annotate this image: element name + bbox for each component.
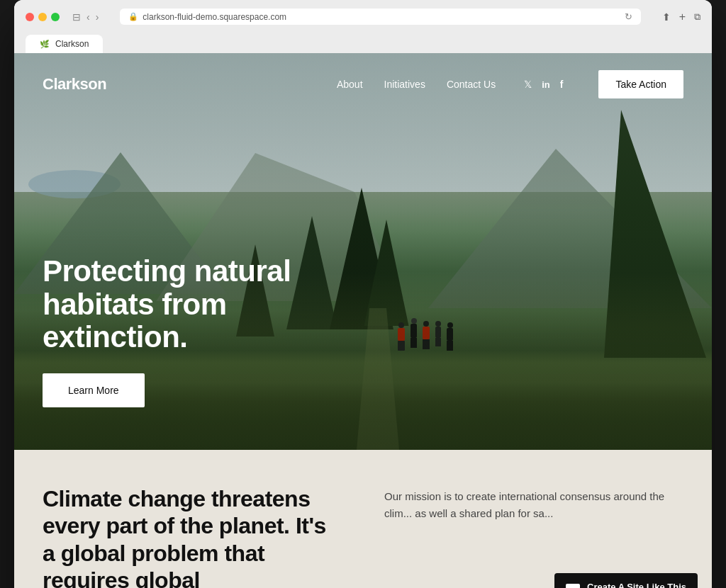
site-logo[interactable]: Clarkson	[43, 75, 106, 94]
content-left: Climate change threatens every part of t…	[43, 485, 342, 588]
facebook-icon[interactable]: f	[560, 79, 564, 90]
maximize-button[interactable]	[51, 13, 60, 21]
badge-main-text: Create A Site Like This	[587, 582, 686, 588]
browser-chrome: ⊟ ‹ › 🔒 clarkson-fluid-demo.squarespace.…	[14, 0, 712, 53]
tab-favicon: 🌿	[40, 40, 50, 49]
hero-content: Protecting natural habitats from extinct…	[43, 255, 326, 407]
nav-initiatives[interactable]: Initiatives	[384, 79, 425, 90]
svg-rect-0	[568, 586, 578, 588]
browser-toolbar-right: ⬆ + ⧉	[662, 11, 700, 23]
content-section: Climate change threatens every part of t…	[14, 450, 712, 588]
tabs-icon[interactable]: ⧉	[694, 11, 700, 23]
reload-icon[interactable]: ↻	[625, 11, 632, 22]
minimize-button[interactable]	[38, 13, 47, 21]
learn-more-button[interactable]: Learn More	[43, 373, 145, 407]
badge-text: Create A Site Like This Free trial. Inst…	[587, 582, 686, 588]
browser-titlebar: ⊟ ‹ › 🔒 clarkson-fluid-demo.squarespace.…	[26, 9, 700, 25]
take-action-button[interactable]: Take Action	[598, 70, 683, 98]
navbar: Clarkson About Initiatives Contact Us 𝕏 …	[14, 53, 712, 115]
browser-tabs: 🌿 Clarkson	[26, 35, 700, 53]
browser-controls: ⊟ ‹ ›	[72, 11, 99, 23]
active-tab[interactable]: 🌿 Clarkson	[26, 35, 103, 53]
url-text: clarkson-fluid-demo.squarespace.com	[143, 12, 286, 22]
address-bar[interactable]: 🔒 clarkson-fluid-demo.squarespace.com ↻	[120, 9, 640, 25]
squarespace-badge[interactable]: Create A Site Like This Free trial. Inst…	[554, 573, 698, 588]
squarespace-logo	[566, 584, 580, 588]
hero-headline: Protecting natural habitats from extinct…	[43, 255, 326, 354]
nav-social: 𝕏 in f	[524, 79, 563, 90]
close-button[interactable]	[26, 13, 34, 21]
website-content: Clarkson About Initiatives Contact Us 𝕏 …	[14, 53, 712, 588]
traffic-lights	[26, 13, 60, 21]
forward-icon[interactable]: ›	[96, 11, 99, 23]
hero-section: Clarkson About Initiatives Contact Us 𝕏 …	[14, 53, 712, 450]
content-headline: Climate change threatens every part of t…	[43, 485, 342, 588]
new-tab-icon[interactable]: +	[679, 11, 686, 23]
twitter-icon[interactable]: 𝕏	[524, 79, 532, 90]
lock-icon: 🔒	[128, 12, 138, 21]
sidebar-toggle-icon[interactable]: ⊟	[72, 11, 81, 23]
share-icon[interactable]: ⬆	[662, 11, 671, 23]
nav-links: About Initiatives Contact Us 𝕏 in f Take…	[337, 70, 683, 98]
browser-window: ⊟ ‹ › 🔒 clarkson-fluid-demo.squarespace.…	[14, 0, 712, 588]
linkedin-icon[interactable]: in	[542, 79, 550, 90]
back-icon[interactable]: ‹	[86, 11, 90, 23]
tab-title: Clarkson	[55, 39, 89, 49]
nav-contact[interactable]: Contact Us	[447, 79, 496, 90]
content-body: Our mission is to create international c…	[384, 485, 683, 522]
nav-about[interactable]: About	[337, 79, 363, 90]
